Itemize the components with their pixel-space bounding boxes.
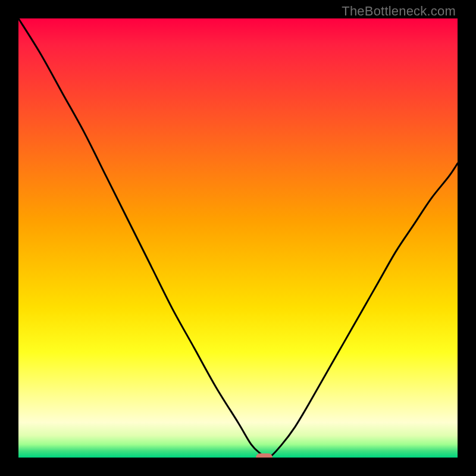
chart-frame: TheBottleneck.com [0, 0, 476, 476]
minimum-marker [256, 453, 273, 458]
watermark-text: TheBottleneck.com [342, 4, 456, 19]
plot-area [18, 18, 458, 458]
bottleneck-curve [18, 18, 458, 458]
